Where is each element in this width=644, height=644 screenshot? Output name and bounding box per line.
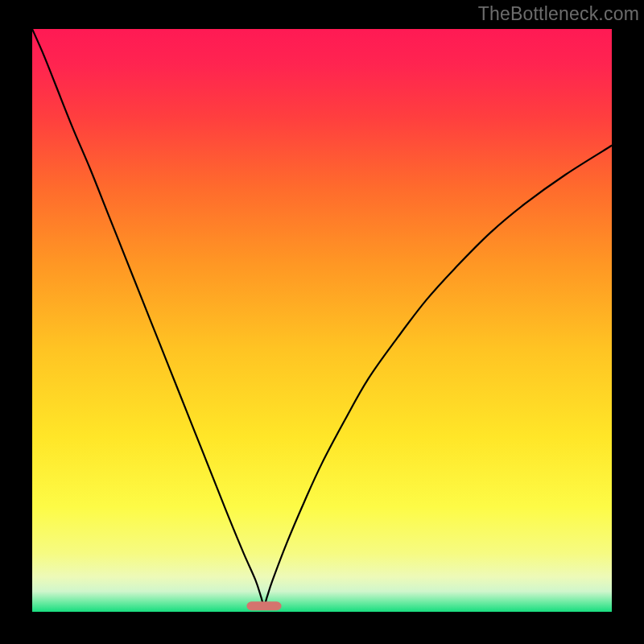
watermark-label: TheBottleneck.com: [478, 3, 639, 25]
minimum-marker: [246, 601, 281, 610]
chart-outer: TheBottleneck.com: [0, 0, 644, 644]
chart-svg: [32, 29, 612, 612]
plot-frame: [32, 29, 612, 612]
gradient-background: [32, 29, 612, 612]
